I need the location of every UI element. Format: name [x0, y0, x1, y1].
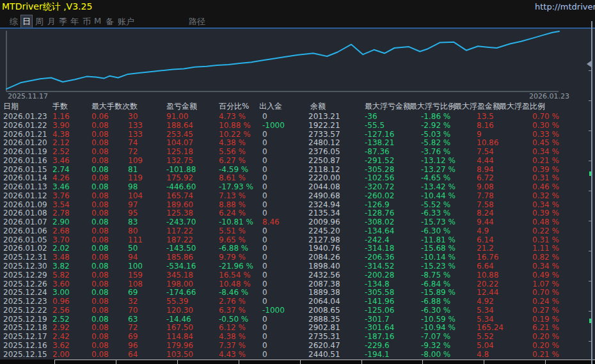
- cell-lots: 2.74: [52, 166, 70, 175]
- menu-item-path[interactable]: 路径: [187, 15, 207, 28]
- menu-tab-9[interactable]: 账户: [116, 15, 136, 28]
- table-row[interactable]: 2026.01.082.780.0895125.386.24 %02135.34…: [0, 209, 589, 218]
- table-row[interactable]: 2025.12.295.820.08159345.1816.54 %02432.…: [0, 271, 589, 280]
- scrollbar[interactable]: [589, 21, 595, 364]
- table-row[interactable]: 2026.01.123.760.08104165.747.13 %02490.6…: [0, 192, 589, 201]
- cell-max-float-loss: -314.18: [365, 244, 394, 253]
- cell-pct: 4.43 %: [219, 351, 246, 360]
- menu-tab-5[interactable]: 年: [69, 15, 80, 28]
- cell-max-float-loss-pct: -2.92 %: [421, 122, 450, 131]
- cell-max-float-profit: 5.34: [477, 315, 494, 324]
- table-row[interactable]: 2025.12.243.000.0869-174.66-8.46 %01889.…: [0, 289, 589, 297]
- cell-max-float-loss: -125.06: [365, 306, 394, 315]
- cell-trade-count: 111: [128, 236, 143, 245]
- table-row[interactable]: 2026.01.192.520.0872125.185.56 %02376.05…: [0, 148, 589, 157]
- cell-balance: 1940.76: [308, 244, 340, 253]
- cell-max-float-loss: -200.28: [365, 271, 394, 280]
- scrollbar-track[interactable]: [591, 21, 592, 364]
- cell-pnl: 185.86: [166, 253, 193, 262]
- table-row[interactable]: 2025.12.163.620.0896179.967.37 %02620.47…: [0, 342, 589, 351]
- table-row[interactable]: 2025.12.303.820.08100-534.16-21.96 %0189…: [0, 262, 589, 271]
- table-row[interactable]: 2025.12.192.520.0863-14.46-0.50 %02888.3…: [0, 315, 589, 324]
- table-row[interactable]: 2025.12.263.600.08108198.0010.48 %02087.…: [0, 280, 589, 289]
- cell-max-float-profit: 8.16: [477, 122, 494, 131]
- cell-lots: 3.46: [52, 183, 70, 192]
- cell-max-lots: 0.08: [91, 271, 109, 280]
- cell-lots: 3.60: [52, 280, 70, 289]
- cell-deposit-withdrawal: 8.46: [262, 218, 280, 227]
- menu-tab-1[interactable]: 日: [21, 15, 32, 28]
- cell-max-lots: 0.08: [91, 262, 109, 271]
- table-row[interactable]: 2026.01.152.740.0881-101.88-4.59 %02118.…: [0, 166, 589, 175]
- menu-tab-3[interactable]: 月: [46, 15, 57, 28]
- table-row[interactable]: 2026.01.053.700.08111187.229.65 %02127.9…: [0, 236, 589, 245]
- cell-pct: -4.59 %: [219, 166, 248, 175]
- table-row[interactable]: 2026.01.072.900.0883-243.70-10.81 %8.462…: [0, 218, 589, 227]
- cell-max-float-profit-pct: 0.21 %: [532, 157, 559, 166]
- cell-deposit-withdrawal: 0: [262, 192, 267, 201]
- cell-pct: -0.50 %: [219, 315, 248, 324]
- menu-tab-7[interactable]: M: [93, 15, 102, 26]
- website-link[interactable]: http://mtdriver.c: [535, 2, 595, 12]
- cell-max-float-loss: -291.52: [365, 157, 394, 166]
- cell-pnl: 103.50: [166, 351, 193, 360]
- table-row[interactable]: 2025.12.152.000.0864103.504.43 %02440.51…: [0, 351, 589, 360]
- cell-max-float-profit-pct: 0.21 %: [532, 351, 559, 360]
- cell-max-float-loss-pct: -6.33 %: [421, 209, 450, 218]
- menu-tab-4[interactable]: 季: [58, 15, 68, 28]
- bottom-grid-line: [54, 360, 595, 360]
- cell-trade-count: 30: [128, 113, 138, 122]
- table-row[interactable]: 2025.12.182.920.0872167.506.12 %02902.81…: [0, 324, 589, 333]
- cell-lots: 3.46: [52, 157, 70, 166]
- cell-trade-count: 83: [128, 218, 138, 227]
- cell-max-float-loss-pct: -8.00 %: [421, 351, 450, 360]
- menu-tab-6[interactable]: 币: [81, 15, 92, 28]
- col-header-max-float-loss-pct: 最大浮亏比例: [409, 101, 456, 112]
- table-row[interactable]: 2026.01.231.160.063091.004.73 %02013.21-…: [0, 113, 589, 122]
- table-row[interactable]: 2026.01.093.540.0897189.608.88 %02324.94…: [0, 201, 589, 210]
- menu-tab-8[interactable]: 备: [104, 15, 115, 28]
- cell-max-lots: 0.08: [91, 131, 109, 139]
- cell-max-float-loss-pct: -1.86 %: [421, 113, 450, 122]
- table-row[interactable]: 2026.01.163.460.08109132.756.27 %02250.8…: [0, 157, 589, 166]
- cell-date: 2026.01.02: [3, 244, 47, 253]
- cell-max-lots: 0.08: [91, 139, 109, 148]
- table-row[interactable]: 2025.12.172.420.0869114.844.38 %02735.31…: [0, 333, 589, 342]
- cell-balance: 2064.04: [308, 297, 340, 306]
- cell-max-float-loss-pct: -13.12 %: [421, 157, 456, 166]
- cell-balance: 2490.68: [308, 192, 340, 201]
- cell-max-lots: 0.08: [91, 174, 109, 183]
- cell-pct: 5.56 %: [219, 148, 246, 157]
- table-row[interactable]: 2026.01.223.900.08133188.6410.88 %-10001…: [0, 122, 589, 131]
- equity-line: [6, 31, 559, 89]
- cell-balance: 2888.35: [308, 315, 340, 324]
- cell-pnl: 253.45: [166, 131, 193, 139]
- cell-balance: 2008.65: [308, 306, 340, 315]
- cell-max-float-loss-pct: -10.14 %: [421, 253, 456, 262]
- cell-max-lots: 0.08: [91, 244, 109, 253]
- cell-date: 2026.01.08: [3, 209, 47, 218]
- cell-max-float-profit: 12.44: [477, 289, 498, 297]
- table-row[interactable]: 2026.01.133.460.0898-446.60-17.93 %02044…: [0, 183, 589, 192]
- cell-pnl: -174.66: [166, 289, 196, 297]
- menu-tab-0[interactable]: 综: [8, 15, 19, 28]
- cell-lots: 2.12: [52, 139, 70, 148]
- table-row[interactable]: 2025.12.313.480.0894185.869.79 %02084.26…: [0, 253, 589, 262]
- cell-max-float-profit-pct: 0.34 %: [532, 201, 559, 210]
- table-row[interactable]: 2026.01.062.680.0880117.225.51 %02245.20…: [0, 227, 589, 236]
- col-header-max-float-loss: 最大浮亏金额: [365, 101, 411, 112]
- table-row[interactable]: 2026.01.214.380.08133253.4510.22 %02733.…: [0, 131, 589, 139]
- cell-pnl: 167.50: [166, 324, 193, 333]
- table-row[interactable]: 2025.12.222.560.0870120.306.37 %-1000200…: [0, 306, 589, 315]
- cell-max-float-loss-pct: -11.81 %: [421, 236, 456, 245]
- scrollbar-arrow-icon[interactable]: [587, 61, 591, 67]
- table-row[interactable]: 2025.12.230.960.083255.392.76 %02064.04-…: [0, 297, 589, 306]
- table-row[interactable]: 2026.01.022.020.0850-143.50-6.88 %01940.…: [0, 244, 589, 253]
- cell-max-lots: 0.08: [91, 122, 109, 131]
- table-row[interactable]: 2026.01.202.120.0874104.074.38 %02480.12…: [0, 139, 589, 148]
- cell-pct: 4.38 %: [219, 333, 246, 342]
- cell-trade-count: 32: [128, 297, 138, 306]
- table-row[interactable]: 2026.01.144.260.08119175.928.61 %02220.0…: [0, 174, 589, 183]
- menu-tab-2[interactable]: 周: [34, 15, 45, 28]
- cell-max-float-profit: 4.44: [477, 157, 494, 166]
